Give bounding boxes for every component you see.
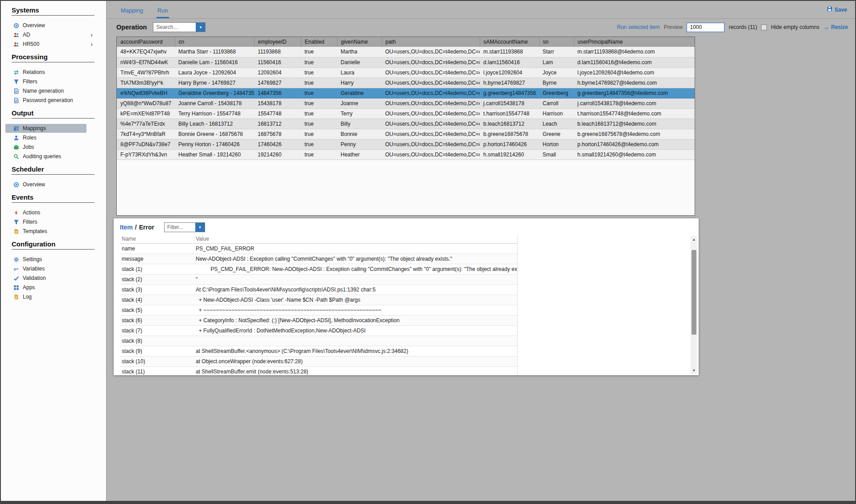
column-header-sn[interactable]: sn [539,37,574,47]
tab-run[interactable]: Run [156,7,169,18]
table-row[interactable]: TtA7M3m3B!yyl^kHarry Byrne - 14769827147… [117,78,695,88]
sidebar-item-label: Apps [23,284,35,291]
table-row[interactable]: %4e7*77aTeTErdxBilly Leach - 16813712168… [117,119,695,129]
sidebar-item-actions[interactable]: Actions [5,208,86,217]
detail-tab-item[interactable]: Item [120,224,133,231]
sidebar-item-templates[interactable]: Templates [5,227,86,236]
sidebar-item-validation[interactable]: Validation [5,274,86,283]
table-cell: true [301,139,337,149]
table-row[interactable]: 8@PF7uDN&v738e7Penny Horton - 1746042617… [117,139,695,149]
detail-row[interactable]: namePS_CMD_FAIL_ERROR [120,244,517,254]
scroll-down-arrow-icon[interactable]: ▼ [691,367,697,374]
column-header-samaccountname[interactable]: sAMAccountName [480,37,539,47]
table-row[interactable]: F-pY73RXdYh&3vnHeather Small - 192142601… [117,149,695,160]
table-row[interactable]: yQ88@n*WwD78u87Joanne Carroll - 15438178… [117,98,695,108]
dropdown-arrow-icon[interactable]: ▼ [195,223,205,232]
sidebar-item-overview[interactable]: Overview [5,180,86,189]
detail-row[interactable]: stack (1) PS_CMD_FAIL_ERROR: New-ADObjec… [120,264,517,275]
table-row[interactable]: 48+KK7EQ47xjwhvMartha Starr - 1119386811… [117,47,695,57]
tab-mapping[interactable]: Mapping [120,7,144,18]
roles-icon [13,135,19,141]
detail-row[interactable]: messageNew-ADObject-ADSI : Exception cal… [120,254,517,264]
section-divider [12,62,95,62]
sidebar-section-output: OutputMappingsRolesJobsAuditing queries [1,109,106,161]
operation-search-combobox[interactable]: Search... ▼ [153,22,206,32]
table-cell: t.harrison15547748 [480,108,539,119]
table-row[interactable]: 7kdT4=y3*MnBfaRBonnie Greene - 168756781… [117,129,695,139]
table-cell: OU=users,OU=docs,DC=t4edemo,DC=com [382,78,480,88]
table-cell: true [301,57,337,67]
sidebar-item-password-generation[interactable]: Password generation [5,96,86,105]
detail-tab-error[interactable]: Error [139,224,154,231]
table-cell: j.carroll15438178 [480,98,539,108]
column-header-enabled[interactable]: Enabled [301,37,337,47]
table-cell: Bonnie [337,129,382,139]
column-header-cn[interactable]: cn [175,37,254,47]
detail-filter-combobox[interactable]: Filter... ▼ [164,222,205,232]
table-row[interactable]: TmvE_4W?87PBhrhLaura Joyce - 12092604120… [117,67,695,78]
detail-row[interactable]: stack (8) [120,336,517,346]
save-button[interactable]: Save [827,6,847,13]
detail-column-value[interactable]: Value [194,235,517,243]
table-cell: OU=users,OU=docs,DC=t4edemo,DC=com [382,67,480,78]
detail-row[interactable]: stack (2)" [120,275,517,285]
sidebar-item-roles[interactable]: Roles [5,133,86,142]
column-header-employeeid[interactable]: employeeID [254,37,301,47]
sidebar-item-variables[interactable]: x=Variables [5,264,86,273]
detail-row[interactable]: stack (4) + New-ADObject-ADSI -Class 'us… [120,295,517,305]
table-cell: Bonnie Greene - 16875678 [175,129,254,139]
detail-row[interactable]: stack (6) + CategoryInfo : NotSpecified:… [120,316,517,326]
column-header-userprincipalname[interactable]: userPrincipalName [574,37,695,47]
table-row[interactable]: nW4!3~Ef7ND44wKDanielle Lam - 1156041611… [117,57,695,67]
detail-value: + FullyQualifiedErrorId : DotNetMethodEx… [194,328,517,334]
sidebar-item-apps[interactable]: Apps [5,283,86,292]
table-cell: OU=users,OU=docs,DC=t4edemo,DC=com [382,108,480,119]
dropdown-arrow-icon[interactable]: ▼ [196,23,205,32]
detail-column-name[interactable]: Name [120,235,194,243]
detail-row[interactable]: stack (11)at ShellStreamBuffer.emit (nod… [120,367,517,375]
preview-label: Preview [664,24,683,30]
sidebar-item-filters[interactable]: Filters [5,217,86,226]
hide-empty-columns-checkbox[interactable] [761,25,767,30]
detail-scrollbar[interactable]: ▲ ▼ [691,236,697,374]
preview-input[interactable] [687,23,724,32]
sidebar-section-processing: ProcessingRelationsFiltersName generatio… [1,53,106,105]
resize-link[interactable]: ↔ Resize [823,24,848,31]
sidebar-item-filters[interactable]: Filters [5,77,86,86]
detail-row[interactable]: stack (7) + FullyQualifiedErrorId : DotN… [120,326,517,336]
sidebar-item-hr500[interactable]: HR500› [5,40,86,49]
sidebar-item-auditing-queries[interactable]: Auditing queries [5,152,86,161]
scrollbar-track[interactable] [691,243,697,367]
detail-row[interactable]: stack (9)at ShellStreamBuffer.<anonymous… [120,346,517,356]
detail-row[interactable]: stack (3)At C:\Program Files\Tools4ever\… [120,285,517,295]
apps-icon [13,285,19,291]
detail-row[interactable]: stack (10)at Object.onceWrapper (node:ev… [120,356,517,367]
column-header-accountpassword[interactable]: accountPassword [117,37,175,47]
column-header-givenname[interactable]: givenName [337,37,382,47]
scrollbar-thumb[interactable] [691,250,696,335]
scroll-up-arrow-icon[interactable]: ▲ [691,236,697,243]
sidebar-item-ad[interactable]: AD› [5,30,86,39]
users-icon [13,41,19,47]
sidebar-item-label: Overview [23,181,45,188]
sidebar-item-jobs[interactable]: Jobs [5,143,86,152]
sidebar-item-mappings[interactable]: Mappings [5,124,86,133]
sidebar-item-name-generation[interactable]: Name generation [5,86,86,95]
table-cell: true [301,98,337,108]
detail-value: + ~~~~~~~~~~~~~~~~~~~~~~~~~~~~~~~~~~~~~~… [194,307,517,313]
detail-row[interactable]: stack (5) + ~~~~~~~~~~~~~~~~~~~~~~~~~~~~… [120,305,517,316]
sidebar-item-overview[interactable]: Overview [5,21,86,30]
section-divider [12,118,95,119]
table-row[interactable]: kPE=mXE%t87PT48Terry Harrison - 15547748… [117,108,695,119]
run-selected-item-link[interactable]: Run selected item [617,24,660,30]
results-table-container: accountPasswordcnemployeeIDEnabledgivenN… [116,37,695,216]
sidebar-item-relations[interactable]: Relations [5,68,86,77]
save-icon [827,6,832,13]
column-header-path[interactable]: path [382,37,480,47]
sidebar-item-label: Log [23,294,32,300]
sidebar-item-log[interactable]: Log [5,292,86,301]
table-cell: t.harrison15547748@t4edemo.com [574,108,695,119]
sidebar-item-settings[interactable]: Settings [5,255,86,264]
table-row[interactable]: e!kNQw838PvtwBHGeraldine Greenberg - 148… [117,88,695,98]
detail-value: at ShellStreamBuffer.emit (node:events:5… [194,369,517,375]
